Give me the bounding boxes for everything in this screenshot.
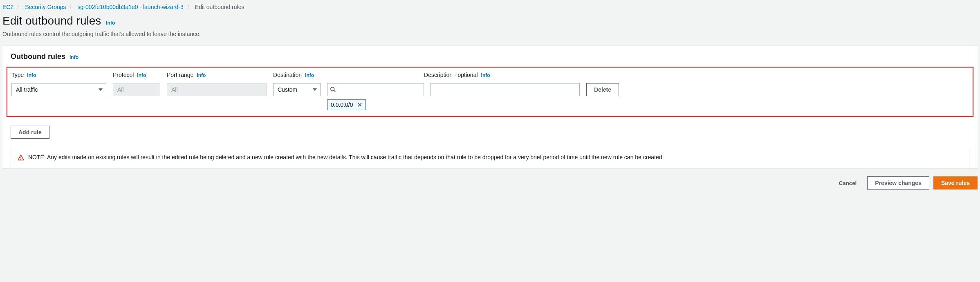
- col-info-protocol[interactable]: Info: [137, 72, 146, 78]
- col-label-port-range: Port range: [167, 72, 193, 78]
- delete-rule-button[interactable]: Delete: [586, 83, 619, 96]
- chevron-right-icon: 〉: [70, 3, 74, 10]
- chevron-right-icon: 〉: [187, 3, 192, 10]
- col-label-destination: Destination: [273, 72, 302, 78]
- panel-info-link[interactable]: Info: [70, 54, 78, 60]
- col-label-protocol: Protocol: [113, 72, 134, 78]
- description-input[interactable]: [431, 83, 580, 96]
- svg-line-1: [334, 90, 336, 92]
- col-info-destination[interactable]: Info: [305, 72, 314, 78]
- outbound-rules-panel: Outbound rules Info Type Info Protocol I…: [2, 45, 978, 168]
- protocol-value: All: [117, 86, 124, 93]
- svg-point-3: [21, 159, 21, 160]
- preview-changes-button[interactable]: Preview changes: [867, 176, 929, 190]
- destination-chip-label: 0.0.0.0/0: [331, 102, 353, 108]
- caret-down-icon: [99, 88, 103, 91]
- destination-chip: 0.0.0.0/0 ✕: [327, 99, 366, 110]
- col-label-type: Type: [11, 72, 24, 78]
- port-range-value: All: [171, 86, 178, 93]
- chevron-right-icon: 〉: [17, 3, 22, 10]
- destination-kind-select[interactable]: Custom: [273, 83, 321, 96]
- panel-title: Outbound rules: [11, 52, 65, 61]
- col-label-description: Description - optional: [424, 72, 478, 78]
- add-rule-button[interactable]: Add rule: [11, 126, 49, 139]
- save-rules-button[interactable]: Save rules: [933, 176, 978, 190]
- footer-actions: Cancel Preview changes Save rules: [0, 176, 980, 197]
- page-info-link[interactable]: Info: [106, 20, 115, 26]
- col-info-port-range[interactable]: Info: [197, 72, 206, 78]
- col-info-type[interactable]: Info: [27, 72, 36, 78]
- port-range-field: All: [167, 83, 267, 96]
- type-select[interactable]: All traffic: [11, 83, 106, 96]
- cancel-button[interactable]: Cancel: [832, 178, 863, 189]
- rule-highlight-box: Type Info Protocol Info Port range Info …: [7, 67, 973, 117]
- destination-kind-value: Custom: [278, 86, 297, 93]
- breadcrumb-current: Edit outbound rules: [195, 4, 244, 10]
- warning-icon: [18, 154, 24, 162]
- remove-chip-icon[interactable]: ✕: [357, 102, 362, 108]
- page-header: Edit outbound rules Info Outbound rules …: [0, 13, 980, 41]
- breadcrumb-sg[interactable]: sg-002fe10b00db3a1e0 - launch-wizard-3: [78, 4, 184, 10]
- breadcrumb-ec2[interactable]: EC2: [2, 4, 13, 10]
- protocol-field: All: [113, 83, 160, 96]
- type-select-value: All traffic: [16, 86, 38, 93]
- page-description: Outbound rules control the outgoing traf…: [2, 31, 978, 37]
- search-icon: [330, 86, 336, 93]
- breadcrumb: EC2 〉 Security Groups 〉 sg-002fe10b00db3…: [0, 0, 980, 13]
- page-title: Edit outbound rules: [2, 14, 101, 27]
- note-text: NOTE: Any edits made on existing rules w…: [28, 154, 664, 160]
- destination-search-input[interactable]: [337, 83, 421, 96]
- rule-row: All traffic All All Custom: [11, 83, 969, 110]
- destination-search[interactable]: [327, 83, 424, 96]
- col-info-description[interactable]: Info: [481, 72, 490, 78]
- caret-down-icon: [313, 88, 317, 91]
- note-box: NOTE: Any edits made on existing rules w…: [11, 148, 969, 168]
- svg-point-0: [331, 87, 334, 90]
- breadcrumb-security-groups[interactable]: Security Groups: [25, 4, 66, 10]
- note-prefix: NOTE:: [28, 154, 46, 160]
